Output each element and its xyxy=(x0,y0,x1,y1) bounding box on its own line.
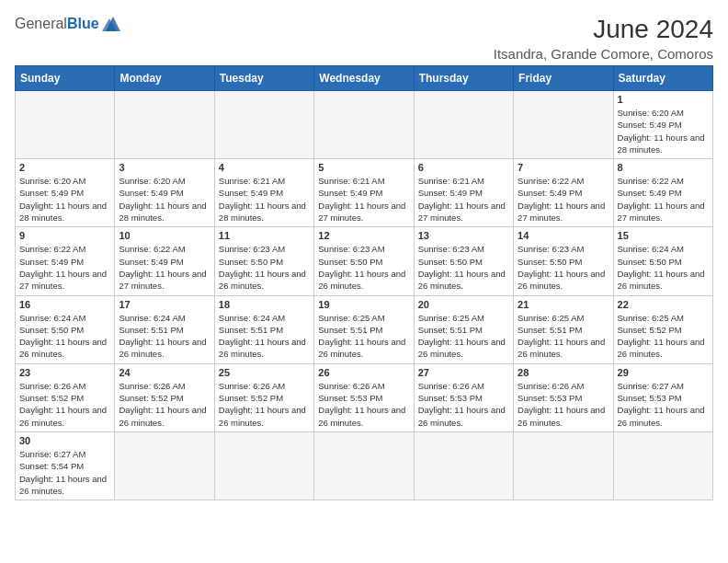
day-info: Sunrise: 6:26 AMSunset: 5:53 PMDaylight:… xyxy=(418,380,509,429)
calendar-table: SundayMondayTuesdayWednesdayThursdayFrid… xyxy=(15,65,713,500)
calendar-cell: 13Sunrise: 6:23 AMSunset: 5:50 PMDayligh… xyxy=(414,227,513,295)
day-info: Sunrise: 6:21 AMSunset: 5:49 PMDaylight:… xyxy=(418,175,509,224)
logo-general: General xyxy=(15,16,67,32)
calendar-cell xyxy=(115,431,214,500)
day-number: 6 xyxy=(418,162,509,173)
day-info: Sunrise: 6:20 AMSunset: 5:49 PMDaylight:… xyxy=(19,175,110,224)
calendar-week-row: 30Sunrise: 6:27 AMSunset: 5:54 PMDayligh… xyxy=(16,431,713,500)
month-title: June 2024 xyxy=(494,15,713,44)
calendar-cell: 17Sunrise: 6:24 AMSunset: 5:51 PMDayligh… xyxy=(115,295,214,363)
day-info: Sunrise: 6:23 AMSunset: 5:50 PMDaylight:… xyxy=(318,243,409,292)
calendar-cell: 18Sunrise: 6:24 AMSunset: 5:51 PMDayligh… xyxy=(214,295,313,363)
calendar-cell xyxy=(514,91,613,159)
day-number: 7 xyxy=(518,162,609,173)
day-info: Sunrise: 6:25 AMSunset: 5:51 PMDaylight:… xyxy=(318,312,409,361)
calendar-cell xyxy=(613,431,712,500)
calendar-cell: 20Sunrise: 6:25 AMSunset: 5:51 PMDayligh… xyxy=(414,295,513,363)
day-info: Sunrise: 6:21 AMSunset: 5:49 PMDaylight:… xyxy=(219,175,310,224)
day-info: Sunrise: 6:24 AMSunset: 5:50 PMDaylight:… xyxy=(618,243,709,292)
calendar-cell: 27Sunrise: 6:26 AMSunset: 5:53 PMDayligh… xyxy=(414,363,513,431)
day-number: 5 xyxy=(318,162,409,173)
day-number: 28 xyxy=(518,367,609,378)
day-info: Sunrise: 6:20 AMSunset: 5:49 PMDaylight:… xyxy=(618,107,709,155)
day-info: Sunrise: 6:22 AMSunset: 5:49 PMDaylight:… xyxy=(119,243,210,292)
calendar-cell: 8Sunrise: 6:22 AMSunset: 5:49 PMDaylight… xyxy=(613,159,712,227)
day-number: 30 xyxy=(19,435,110,446)
calendar-cell: 15Sunrise: 6:24 AMSunset: 5:50 PMDayligh… xyxy=(613,227,712,295)
calendar-week-row: 23Sunrise: 6:26 AMSunset: 5:52 PMDayligh… xyxy=(16,363,713,431)
day-info: Sunrise: 6:22 AMSunset: 5:49 PMDaylight:… xyxy=(618,175,709,224)
day-info: Sunrise: 6:23 AMSunset: 5:50 PMDaylight:… xyxy=(219,243,310,292)
calendar-cell: 29Sunrise: 6:27 AMSunset: 5:53 PMDayligh… xyxy=(613,363,712,431)
header: GeneralBlue June 2024 Itsandra, Grande C… xyxy=(15,15,713,62)
day-number: 21 xyxy=(518,299,609,310)
day-number: 8 xyxy=(618,162,709,173)
day-info: Sunrise: 6:24 AMSunset: 5:50 PMDaylight:… xyxy=(19,312,110,361)
calendar-cell: 16Sunrise: 6:24 AMSunset: 5:50 PMDayligh… xyxy=(16,295,115,363)
calendar-cell xyxy=(414,91,513,159)
calendar-cell: 26Sunrise: 6:26 AMSunset: 5:53 PMDayligh… xyxy=(314,363,414,431)
day-number: 9 xyxy=(19,230,110,241)
day-info: Sunrise: 6:21 AMSunset: 5:49 PMDaylight:… xyxy=(318,175,409,224)
calendar-cell xyxy=(115,91,214,159)
day-number: 19 xyxy=(318,299,409,310)
calendar-cell xyxy=(214,91,313,159)
calendar-cell: 4Sunrise: 6:21 AMSunset: 5:49 PMDaylight… xyxy=(214,159,313,227)
calendar-week-row: 16Sunrise: 6:24 AMSunset: 5:50 PMDayligh… xyxy=(16,295,713,363)
calendar-cell: 28Sunrise: 6:26 AMSunset: 5:53 PMDayligh… xyxy=(514,363,613,431)
calendar-cell: 21Sunrise: 6:25 AMSunset: 5:51 PMDayligh… xyxy=(514,295,613,363)
calendar-cell: 14Sunrise: 6:23 AMSunset: 5:50 PMDayligh… xyxy=(514,227,613,295)
day-number: 14 xyxy=(518,230,609,241)
calendar-cell xyxy=(214,431,313,500)
day-info: Sunrise: 6:26 AMSunset: 5:52 PMDaylight:… xyxy=(119,380,210,429)
day-number: 27 xyxy=(418,367,509,378)
day-info: Sunrise: 6:25 AMSunset: 5:51 PMDaylight:… xyxy=(518,312,609,361)
logo: GeneralBlue xyxy=(15,15,124,33)
day-number: 25 xyxy=(219,367,310,378)
day-number: 10 xyxy=(119,230,210,241)
day-number: 18 xyxy=(219,299,310,310)
day-number: 1 xyxy=(618,94,709,105)
day-info: Sunrise: 6:26 AMSunset: 5:53 PMDaylight:… xyxy=(318,380,409,429)
calendar-cell: 12Sunrise: 6:23 AMSunset: 5:50 PMDayligh… xyxy=(314,227,414,295)
day-number: 3 xyxy=(119,162,210,173)
day-info: Sunrise: 6:24 AMSunset: 5:51 PMDaylight:… xyxy=(119,312,210,361)
calendar-cell: 25Sunrise: 6:26 AMSunset: 5:52 PMDayligh… xyxy=(214,363,313,431)
calendar-cell: 10Sunrise: 6:22 AMSunset: 5:49 PMDayligh… xyxy=(115,227,214,295)
calendar-week-row: 1Sunrise: 6:20 AMSunset: 5:49 PMDaylight… xyxy=(16,91,713,159)
weekday-header-sunday: Sunday xyxy=(16,66,115,91)
weekday-header-saturday: Saturday xyxy=(613,66,712,91)
day-number: 17 xyxy=(119,299,210,310)
calendar-cell: 3Sunrise: 6:20 AMSunset: 5:49 PMDaylight… xyxy=(115,159,214,227)
day-number: 12 xyxy=(318,230,409,241)
day-number: 4 xyxy=(219,162,310,173)
day-number: 20 xyxy=(418,299,509,310)
day-number: 11 xyxy=(219,230,310,241)
day-info: Sunrise: 6:22 AMSunset: 5:49 PMDaylight:… xyxy=(19,243,110,292)
day-info: Sunrise: 6:27 AMSunset: 5:54 PMDaylight:… xyxy=(19,448,110,497)
calendar-cell xyxy=(314,91,414,159)
calendar-cell: 30Sunrise: 6:27 AMSunset: 5:54 PMDayligh… xyxy=(16,431,115,500)
day-number: 22 xyxy=(618,299,709,310)
day-number: 23 xyxy=(19,367,110,378)
calendar-cell: 24Sunrise: 6:26 AMSunset: 5:52 PMDayligh… xyxy=(115,363,214,431)
day-info: Sunrise: 6:26 AMSunset: 5:53 PMDaylight:… xyxy=(518,380,609,429)
calendar-cell: 22Sunrise: 6:25 AMSunset: 5:52 PMDayligh… xyxy=(613,295,712,363)
day-info: Sunrise: 6:27 AMSunset: 5:53 PMDaylight:… xyxy=(618,380,709,429)
logo-icon xyxy=(102,15,124,33)
day-number: 2 xyxy=(19,162,110,173)
calendar-cell xyxy=(514,431,613,500)
day-number: 13 xyxy=(418,230,509,241)
location-title: Itsandra, Grande Comore, Comoros xyxy=(494,46,713,62)
day-info: Sunrise: 6:25 AMSunset: 5:52 PMDaylight:… xyxy=(618,312,709,361)
weekday-header-thursday: Thursday xyxy=(414,66,513,91)
day-info: Sunrise: 6:20 AMSunset: 5:49 PMDaylight:… xyxy=(119,175,210,224)
calendar-cell xyxy=(414,431,513,500)
logo-blue: Blue xyxy=(67,16,99,32)
weekday-header-wednesday: Wednesday xyxy=(314,66,414,91)
calendar-cell: 23Sunrise: 6:26 AMSunset: 5:52 PMDayligh… xyxy=(16,363,115,431)
day-info: Sunrise: 6:25 AMSunset: 5:51 PMDaylight:… xyxy=(418,312,509,361)
day-info: Sunrise: 6:22 AMSunset: 5:49 PMDaylight:… xyxy=(518,175,609,224)
calendar-cell: 7Sunrise: 6:22 AMSunset: 5:49 PMDaylight… xyxy=(514,159,613,227)
day-number: 24 xyxy=(119,367,210,378)
